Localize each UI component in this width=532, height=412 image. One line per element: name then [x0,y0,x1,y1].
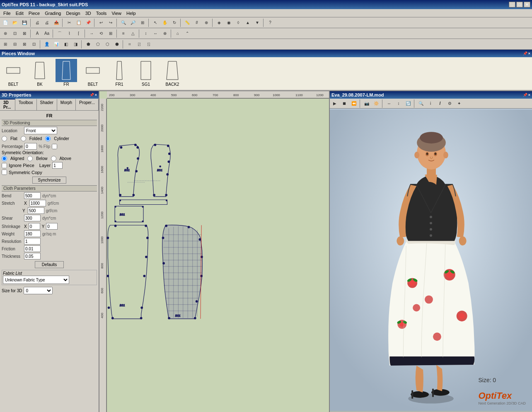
defaults-button[interactable]: Defaults [35,261,64,268]
tool-n[interactable]: ↕ [141,29,150,38]
model-tool-9[interactable]: 🔍 [416,99,426,108]
piece-fr[interactable]: FR [55,59,78,88]
flip-checkbox[interactable] [52,144,57,149]
model-tool-5[interactable]: 🔆 [372,99,381,108]
tool3-o[interactable]: ⍂ [144,40,153,49]
model-tool-8[interactable]: 🔃 [404,99,413,108]
stretch-y-input[interactable] [28,207,44,214]
menu-edit[interactable]: Edit [13,10,26,17]
tool-i[interactable]: → [87,29,96,38]
tool-d[interactable]: A [33,29,42,38]
paste-button[interactable]: 📌 [84,18,93,27]
zoom-out-button[interactable]: 🔎 [128,18,138,27]
export-button[interactable]: 📤 [52,18,61,27]
tool3-d[interactable]: ⊡ [29,40,39,49]
location-select[interactable]: Front Back Left Right [24,127,57,134]
model-tool-11[interactable]: I [435,99,445,108]
size-select[interactable]: 0 [24,287,53,294]
tab-toolbox[interactable]: Toolbox [15,99,36,110]
cut-button[interactable]: ✂ [65,18,74,27]
copy-button[interactable]: 📋 [74,18,83,27]
menu-3d[interactable]: 3D [83,10,94,17]
print-button[interactable]: 🖨 [33,18,42,27]
cylinder-radio[interactable] [45,136,51,141]
tool3-i[interactable]: ⬟ [84,40,93,49]
tool-c[interactable]: ⊠ [20,29,29,38]
tool3-button[interactable]: ◊ [234,18,243,27]
tool3-c[interactable]: ⊠ [20,40,29,49]
tool2-button[interactable]: ◉ [224,18,233,27]
piece-belt[interactable]: BELT [2,59,25,88]
tool3-b[interactable]: ⊟ [10,40,19,49]
tool3-f[interactable]: 📊 [52,40,61,49]
model-tool-4[interactable]: 📷 [362,99,371,108]
tool-o[interactable]: ↔ [151,29,160,38]
model-tool-1[interactable]: ▶ [330,99,339,108]
menu-design[interactable]: Design [63,10,82,17]
piece-fr1[interactable]: FR1 [108,59,131,88]
shrinkage-x-input[interactable] [29,223,40,230]
tool-a[interactable]: ⊛ [1,29,10,38]
tool3-j[interactable]: ⬠ [93,40,102,49]
percentage-input[interactable] [24,143,37,150]
help-icon-button[interactable]: ? [266,18,275,27]
tool4-button[interactable]: ▲ [243,18,252,27]
menu-piece[interactable]: Piece [26,10,43,17]
snap-button[interactable]: ⊕ [202,18,211,27]
tool1-button[interactable]: ◈ [215,18,224,27]
close-button[interactable]: × [524,2,530,7]
model-tool-10[interactable]: i [426,99,435,108]
piece-back2[interactable]: BACK2 [161,59,184,88]
tool-b[interactable]: ⊡ [10,29,19,38]
above-radio[interactable] [51,156,56,161]
tool3-k[interactable]: ⬡ [103,40,112,49]
tool-h[interactable]: ⌈ [74,29,83,38]
panel-pin-button[interactable]: 📌 [89,93,94,97]
zoom-fit-button[interactable]: ⊞ [138,18,147,27]
piece-sg1[interactable]: SG1 [134,59,157,88]
model-close-button[interactable]: × [528,93,530,97]
tool-f[interactable]: ⌒ [55,29,64,38]
resolution-input[interactable] [24,238,41,245]
print2-button[interactable]: 🖨 [42,18,51,27]
bend-input[interactable] [24,192,41,199]
folded-radio[interactable] [21,136,26,141]
layer-input[interactable] [52,162,63,169]
menu-file[interactable]: File [1,10,13,17]
tool3-l[interactable]: ⬢ [112,40,121,49]
open-button[interactable]: 📂 [10,18,19,27]
tool3-a[interactable]: ⊞ [1,40,10,49]
model-tool-13[interactable]: ✦ [455,99,464,108]
menu-help[interactable]: Help [124,10,138,17]
shrinkage-y-input[interactable] [46,223,58,230]
tab-shader[interactable]: Shader [37,99,57,110]
menu-view[interactable]: View [109,10,124,17]
model-tool-7[interactable]: ↕ [394,99,403,108]
panel-close-button[interactable]: × [95,93,97,97]
new-button[interactable]: 📄 [1,18,10,27]
thickness-input[interactable] [24,253,41,259]
model-tool-12[interactable]: ⚙ [445,99,454,108]
canvas-area[interactable]: BS1 BS1 [107,99,329,412]
tab-proper[interactable]: Proper... [76,99,99,110]
flat-radio[interactable] [2,136,7,141]
shear-input[interactable] [24,215,41,221]
tool-g[interactable]: ⌇ [65,29,74,38]
piece-belt2[interactable]: BELT [81,59,104,88]
zoom-in-button[interactable]: 🔍 [119,18,128,27]
tab-morph[interactable]: Morph [57,99,76,110]
synchronize-button[interactable]: Synchronize [32,177,66,184]
tool3-h[interactable]: ◨ [71,40,80,49]
tool3-e[interactable]: 👤 [42,40,51,49]
model-tool-3[interactable]: ⏪ [349,99,358,108]
save-button[interactable]: 💾 [20,18,29,27]
ignore-piece-checkbox[interactable] [2,163,7,168]
tool-p[interactable]: ⊕ [160,29,169,38]
tool3-n[interactable]: ⍁ [135,40,144,49]
friction-input[interactable] [24,245,41,252]
stretch-x-input[interactable] [29,200,46,206]
menu-grading[interactable]: Grading [42,10,63,17]
tool-e[interactable]: Aa [42,29,51,38]
maximize-button[interactable]: □ [516,2,523,7]
grid-button[interactable]: # [192,18,201,27]
